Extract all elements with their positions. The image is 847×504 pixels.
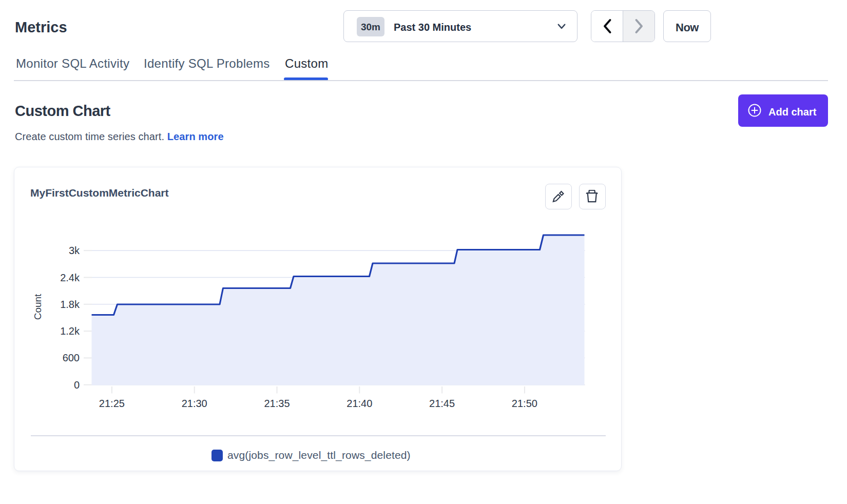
svg-text:21:50: 21:50 [512,398,537,409]
svg-text:21:25: 21:25 [99,398,125,409]
svg-text:0: 0 [74,379,80,391]
svg-text:2.4k: 2.4k [60,272,80,283]
svg-text:Count: Count [32,294,43,320]
svg-text:3k: 3k [69,245,80,256]
svg-text:1.2k: 1.2k [60,325,80,337]
svg-text:600: 600 [63,352,80,363]
svg-text:21:30: 21:30 [182,398,207,409]
svg-text:21:35: 21:35 [264,398,290,409]
svg-text:21:45: 21:45 [429,398,455,409]
svg-text:21:40: 21:40 [346,398,372,409]
svg-text:1.8k: 1.8k [60,299,80,310]
